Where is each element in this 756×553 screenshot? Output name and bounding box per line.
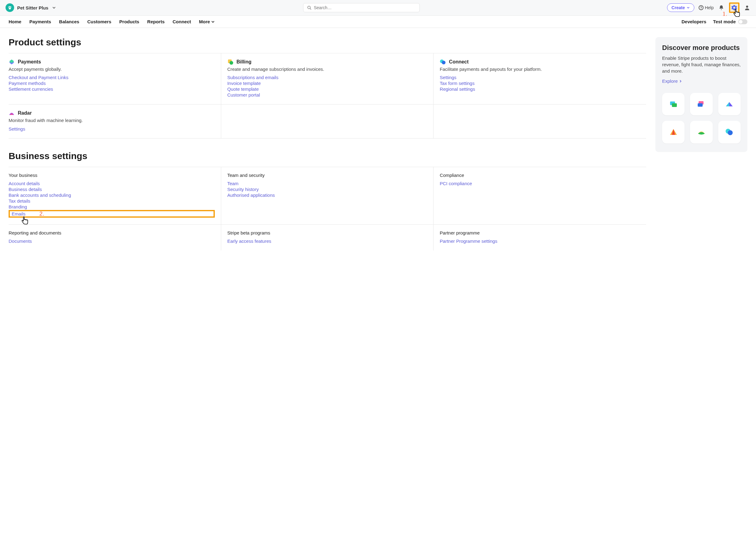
test-mode-toggle[interactable]: Test mode: [713, 16, 747, 27]
annotation-2-label: 2.: [39, 210, 45, 217]
product-tile-icon: [697, 128, 706, 136]
link-pci-compliance[interactable]: PCI compliance: [440, 181, 640, 186]
link-emails[interactable]: Emails: [12, 211, 25, 217]
link-branding[interactable]: Branding: [9, 204, 215, 209]
product-tile[interactable]: [662, 93, 685, 115]
discover-sidebar: Discover more products Enable Stripe pro…: [656, 37, 747, 152]
product-tile[interactable]: [662, 121, 685, 143]
nav-connect[interactable]: Connect: [173, 16, 191, 27]
nav-developers[interactable]: Developers: [681, 16, 706, 27]
product-tile[interactable]: [718, 121, 741, 143]
product-title: Payments: [18, 59, 41, 65]
svg-line-5: [310, 9, 311, 10]
product-tile[interactable]: [690, 121, 712, 143]
link-documents[interactable]: Documents: [9, 238, 215, 244]
gear-icon: [731, 5, 737, 11]
product-settings-title: Product settings: [9, 37, 646, 48]
cell-title: Team and security: [227, 173, 427, 178]
link-settlement-currencies[interactable]: Settlement currencies: [9, 86, 215, 92]
link-account-details[interactable]: Account details: [9, 181, 215, 186]
product-tile-icon: [669, 100, 678, 108]
product-title: Billing: [236, 59, 252, 65]
search-input[interactable]: [303, 3, 420, 12]
empty-cell: [433, 104, 646, 138]
link-security-history[interactable]: Security history: [227, 187, 427, 192]
link-business-details[interactable]: Business details: [9, 187, 215, 192]
nav-home[interactable]: Home: [9, 16, 21, 27]
link-invoice-template[interactable]: Invoice template: [227, 81, 427, 86]
product-desc: Create and manage subscriptions and invo…: [227, 66, 427, 72]
discover-desc: Enable Stripe products to boost revenue,…: [662, 55, 741, 74]
svg-rect-14: [698, 103, 703, 107]
svg-point-4: [307, 6, 310, 9]
nav-balances[interactable]: Balances: [59, 16, 79, 27]
help-link[interactable]: ? Help: [699, 5, 714, 10]
create-button[interactable]: Create: [667, 3, 695, 12]
business-settings-title: Business settings: [9, 151, 646, 161]
product-desc: Monitor fraud with machine learning.: [9, 117, 215, 124]
svg-point-16: [728, 130, 733, 135]
svg-point-8: [229, 61, 233, 65]
svg-point-1: [9, 6, 10, 7]
product-radar-cell: Radar Monitor fraud with machine learnin…: [9, 104, 221, 138]
notifications-button[interactable]: [718, 4, 725, 11]
settings-button[interactable]: [731, 4, 738, 11]
product-tile[interactable]: [718, 93, 741, 115]
account-switcher[interactable]: Pet Sitter Plus: [5, 3, 56, 12]
nav-reports[interactable]: Reports: [147, 16, 165, 27]
link-customer-portal[interactable]: Customer portal: [227, 92, 427, 97]
product-billing-cell: Billing Create and manage subscriptions …: [221, 53, 434, 104]
cell-title: Partner programme: [440, 230, 640, 235]
link-bank-accounts[interactable]: Bank accounts and scheduling: [9, 192, 215, 198]
link-radar-settings[interactable]: Settings: [9, 126, 215, 132]
toggle-switch-icon: [738, 19, 747, 24]
link-payment-methods[interactable]: Payment methods: [9, 81, 215, 86]
product-settings-grid: Payments Accept payments globally. Check…: [9, 53, 646, 139]
team-security-cell: Team and security Team Security history …: [221, 167, 434, 225]
link-quote-template[interactable]: Quote template: [227, 86, 427, 92]
product-desc: Facilitate payments and payouts for your…: [440, 66, 640, 72]
cursor-pointer-icon: [20, 216, 29, 226]
search-icon: [307, 5, 312, 10]
bell-icon: [718, 5, 724, 10]
cell-title: Reporting and documents: [9, 230, 215, 235]
link-tax-form-settings[interactable]: Tax form settings: [440, 81, 640, 86]
product-tile-icon: [725, 128, 734, 136]
connect-icon: [440, 59, 446, 65]
profile-button[interactable]: [744, 4, 751, 11]
link-team[interactable]: Team: [227, 181, 427, 186]
link-tax-details[interactable]: Tax details: [9, 198, 215, 204]
nav-payments[interactable]: Payments: [29, 16, 51, 27]
link-connect-settings[interactable]: Settings: [440, 75, 640, 80]
link-partner-settings[interactable]: Partner Programme settings: [440, 238, 640, 244]
product-tile-icon: [725, 100, 734, 108]
partner-cell: Partner programme Partner Programme sett…: [433, 225, 646, 250]
compliance-cell: Compliance PCI compliance: [433, 167, 646, 225]
search-field[interactable]: [314, 5, 416, 10]
product-desc: Accept payments globally.: [9, 66, 215, 72]
annotation-step-2: Emails 2.: [9, 210, 215, 218]
link-early-access[interactable]: Early access features: [227, 238, 427, 244]
main-nav: Home Payments Balances Customers Product…: [0, 16, 756, 28]
top-bar: Pet Sitter Plus Create ? Help: [0, 0, 756, 16]
svg-point-0: [9, 7, 9, 7]
chevron-down-icon: [52, 6, 56, 9]
explore-link[interactable]: Explore: [662, 78, 741, 84]
nav-products[interactable]: Products: [119, 16, 139, 27]
nav-more[interactable]: More: [199, 16, 215, 27]
link-authorised-apps[interactable]: Authorised applications: [227, 192, 427, 198]
link-checkout[interactable]: Checkout and Payment Links: [9, 75, 215, 80]
person-icon: [744, 5, 750, 11]
product-title: Connect: [449, 59, 469, 65]
link-subscriptions-emails[interactable]: Subscriptions and emails: [227, 75, 427, 80]
svg-point-10: [442, 61, 445, 64]
product-tile[interactable]: [690, 93, 712, 115]
product-tile-icon: [697, 100, 706, 108]
nav-customers[interactable]: Customers: [87, 16, 111, 27]
svg-point-6: [746, 5, 748, 8]
product-tile-icon: [669, 128, 678, 136]
help-label: Help: [705, 5, 714, 10]
reporting-cell: Reporting and documents Documents: [9, 225, 221, 250]
link-regional-settings[interactable]: Regional settings: [440, 86, 640, 92]
your-business-cell: Your business Account details Business d…: [9, 167, 221, 225]
